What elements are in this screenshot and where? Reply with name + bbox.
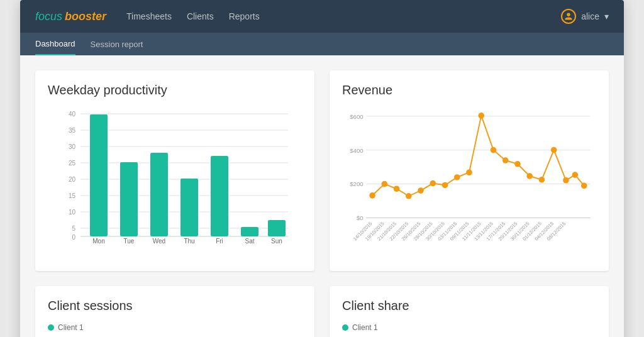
svg-text:35: 35 (69, 127, 76, 134)
svg-point-43 (394, 185, 400, 192)
svg-text:Thu: Thu (184, 238, 194, 245)
svg-text:20: 20 (69, 176, 76, 183)
svg-rect-30 (268, 220, 286, 236)
svg-text:25: 25 (69, 160, 76, 167)
svg-point-59 (581, 183, 587, 189)
content: Weekday productivity 40 35 30 25 (20, 55, 624, 337)
legend-label-share-client1: Client 1 (352, 323, 378, 332)
svg-text:$200: $200 (350, 180, 363, 187)
svg-point-48 (454, 174, 460, 180)
legend-label-client1: Client 1 (58, 323, 84, 332)
svg-text:Wed: Wed (153, 238, 165, 245)
client-sessions-title: Client sessions (48, 299, 302, 313)
svg-point-58 (572, 172, 579, 178)
svg-rect-20 (120, 162, 138, 236)
weekday-productivity-card: Weekday productivity 40 35 30 25 (35, 70, 314, 271)
line-chart-svg: $600 $400 $200 $0 (342, 108, 596, 246)
svg-text:Sat: Sat (245, 238, 254, 245)
revenue-chart-title: Revenue (342, 83, 596, 97)
subnav-session-report[interactable]: Session report (91, 33, 143, 55)
svg-text:Fri: Fri (216, 238, 223, 245)
svg-text:Sun: Sun (271, 238, 282, 245)
bar-chart-svg: 40 35 30 25 20 15 10 5 0 Mon (48, 108, 302, 246)
sub-nav: Dashboard Session report (20, 33, 624, 55)
logo-focus: focus (35, 10, 62, 23)
app-container: focus booster Timesheets Clients Reports… (20, 0, 624, 337)
svg-text:15: 15 (69, 192, 76, 199)
svg-point-41 (369, 192, 375, 199)
legend-dot-share-client1 (342, 324, 348, 331)
logo-booster: booster (65, 10, 106, 23)
svg-text:$400: $400 (350, 147, 363, 154)
client-share-card: Client share Client 1 (330, 286, 609, 337)
user-avatar-icon (561, 9, 576, 24)
svg-text:0: 0 (72, 234, 75, 241)
svg-point-45 (418, 187, 424, 194)
svg-point-44 (406, 193, 412, 199)
svg-text:$0: $0 (357, 214, 364, 221)
svg-text:10: 10 (69, 209, 76, 216)
svg-rect-24 (180, 179, 198, 236)
legend-dot-client1 (48, 324, 54, 331)
svg-point-53 (514, 161, 521, 167)
svg-rect-26 (211, 156, 228, 236)
svg-text:5: 5 (72, 225, 75, 232)
nav-reports[interactable]: Reports (229, 11, 260, 21)
client-sessions-card: Client sessions Client 1 (35, 286, 314, 337)
svg-rect-22 (150, 153, 168, 236)
client-share-title: Client share (342, 299, 596, 313)
svg-point-56 (551, 147, 557, 153)
top-nav: focus booster Timesheets Clients Reports… (20, 0, 624, 33)
svg-point-46 (430, 180, 436, 187)
revenue-card: Revenue $600 $400 $200 $0 (330, 70, 609, 271)
logo[interactable]: focus booster (35, 10, 106, 23)
revenue-line-chart: $600 $400 $200 $0 (342, 108, 596, 258)
svg-point-55 (539, 177, 545, 183)
svg-text:Tue: Tue (124, 238, 135, 245)
svg-point-47 (442, 182, 448, 189)
svg-text:$600: $600 (350, 113, 363, 120)
svg-text:40: 40 (69, 111, 76, 118)
svg-point-51 (491, 147, 497, 153)
svg-point-42 (382, 181, 388, 187)
client-share-legend: Client 1 (342, 323, 596, 332)
svg-point-57 (563, 177, 569, 184)
weekday-chart-title: Weekday productivity (48, 83, 302, 97)
subnav-dashboard[interactable]: Dashboard (35, 33, 75, 55)
nav-timesheets[interactable]: Timesheets (126, 11, 172, 21)
svg-text:30: 30 (69, 143, 76, 150)
svg-point-50 (478, 113, 484, 119)
user-dropdown-icon: ▾ (604, 11, 609, 21)
client-sessions-legend: Client 1 (48, 323, 302, 332)
weekday-bar-chart: 40 35 30 25 20 15 10 5 0 Mon (48, 108, 302, 258)
svg-point-54 (526, 173, 533, 179)
svg-rect-28 (241, 227, 258, 236)
nav-links: Timesheets Clients Reports (126, 11, 561, 21)
svg-point-52 (502, 157, 509, 163)
svg-point-49 (466, 169, 472, 175)
nav-user[interactable]: alice ▾ (561, 9, 609, 24)
user-name: alice (581, 11, 599, 21)
svg-rect-18 (90, 114, 108, 236)
svg-text:Mon: Mon (92, 238, 104, 245)
nav-clients[interactable]: Clients (187, 11, 214, 21)
